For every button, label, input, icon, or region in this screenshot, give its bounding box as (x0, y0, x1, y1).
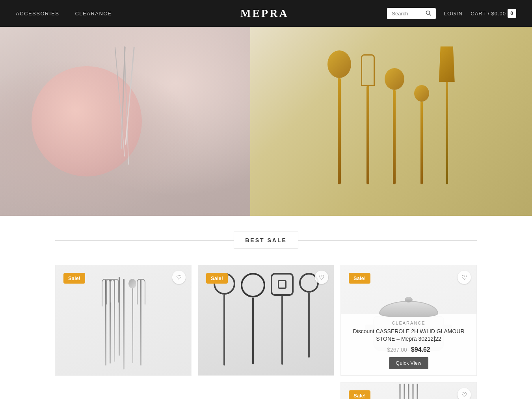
product-card-4-partial[interactable]: Sale! (340, 382, 477, 399)
section-divider-left (55, 240, 234, 241)
utensil-spoon-medium (385, 68, 404, 184)
product-card-1[interactable]: Sale! (55, 265, 192, 376)
hero-left-image (0, 27, 250, 216)
utensil-spatula (439, 46, 455, 184)
svg-line-2 (430, 14, 431, 15)
section-divider-right (298, 240, 477, 241)
products-section: Sale! (0, 265, 532, 399)
site-logo[interactable]: MEPRA (238, 4, 294, 23)
header: ACCESSORIES CLEARANCE MEPRA LOGIN CART /… (0, 0, 532, 27)
sale-badge-3: Sale! (349, 273, 370, 284)
product-category-3: CLEARANCE (347, 321, 470, 325)
header-nav: ACCESSORIES CLEARANCE (16, 11, 112, 17)
section-title-wrapper: BEST SALE (0, 216, 532, 265)
search-icon-button[interactable] (426, 10, 431, 17)
quick-view-button-3[interactable]: Quick View (389, 357, 429, 369)
hero-banner (0, 27, 532, 216)
utensil-spoon-small (414, 85, 429, 184)
hero-left-panel[interactable] (0, 27, 250, 216)
svg-text:MEPRA: MEPRA (240, 7, 289, 19)
utensil-fork (361, 54, 375, 184)
wishlist-button-1[interactable] (172, 271, 186, 284)
section-title-box: BEST SALE (234, 232, 298, 249)
product-image-4: Sale! (340, 382, 477, 399)
wishlist-button-4[interactable] (458, 388, 471, 399)
product-info-overlay-3: CLEARANCE Discount CASSEROLE 2H W/LID GL… (341, 314, 476, 375)
product-name-3: Discount CASSEROLE 2H W/LID GLAMOUR STON… (347, 328, 470, 343)
nav-accessories[interactable]: ACCESSORIES (16, 11, 59, 17)
price-new-3: $94.62 (411, 346, 430, 353)
section-title: BEST SALE (245, 237, 287, 243)
header-right: LOGIN CART / $0.00 0 (387, 8, 516, 19)
wishlist-button-3[interactable] (458, 271, 471, 284)
product-card-2[interactable]: Sale! (198, 265, 334, 376)
login-link[interactable]: LOGIN (444, 11, 463, 17)
product-image-2: Sale! (198, 265, 334, 375)
cart-label: CART / (471, 11, 489, 17)
utensil-spoon-large (327, 50, 351, 184)
products-row-2: Sale! (55, 382, 477, 399)
sale-badge-2: Sale! (206, 273, 228, 284)
sale-badge-4: Sale! (349, 390, 370, 399)
cart-button[interactable]: CART / $0.00 0 (471, 9, 516, 18)
price-old-3: $267.00 (387, 347, 407, 353)
wishlist-button-2[interactable] (315, 271, 328, 284)
product-card-3[interactable]: Sale! (340, 265, 477, 376)
search-box[interactable] (387, 8, 436, 19)
products-grid: Sale! (55, 265, 477, 376)
nav-clearance[interactable]: CLEARANCE (75, 11, 112, 17)
gold-utensils (327, 46, 455, 196)
sale-badge-1: Sale! (63, 273, 85, 284)
cart-count: 0 (508, 9, 516, 18)
product-price-3: $267.00 $94.62 (347, 346, 470, 353)
cart-amount: $0.00 (491, 11, 506, 17)
hero-right-panel[interactable] (250, 27, 532, 216)
product-image-1: Sale! (56, 265, 191, 375)
search-input[interactable] (392, 11, 423, 17)
